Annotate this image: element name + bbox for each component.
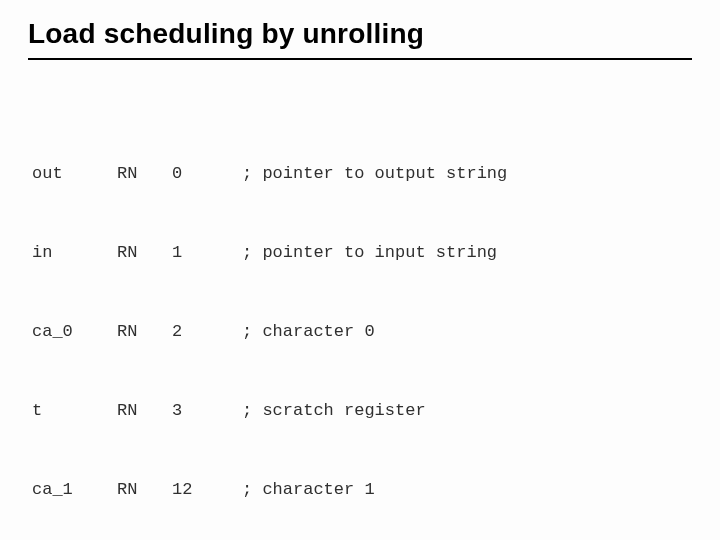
code-decl-row: ca_1RN12; character 1: [32, 477, 692, 503]
page-title: Load scheduling by unrolling: [28, 18, 692, 50]
code-decl-row: inRN1; pointer to input string: [32, 240, 692, 266]
title-underline: [28, 58, 692, 60]
code-decl-row: ca_0RN2; character 0: [32, 319, 692, 345]
code-block: outRN0; pointer to output string inRN1; …: [28, 82, 692, 540]
code-decl-row: outRN0; pointer to output string: [32, 161, 692, 187]
code-decl-row: tRN3; scratch register: [32, 398, 692, 424]
